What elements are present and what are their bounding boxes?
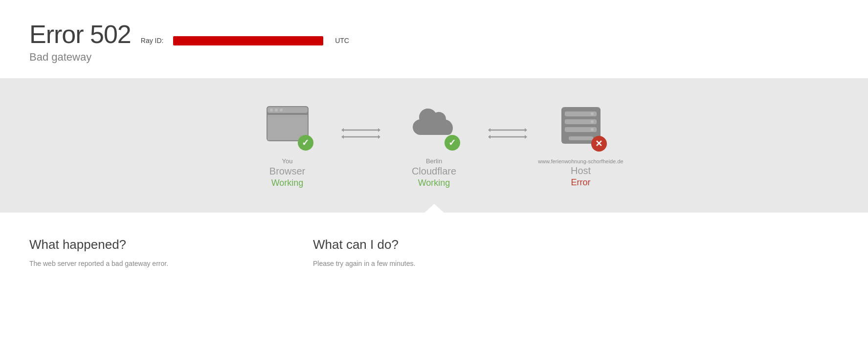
arrow-icon-1 bbox=[341, 126, 380, 141]
ray-id-value: ████████████████████████████████ bbox=[173, 36, 323, 45]
browser-status-badge: ✓ bbox=[298, 135, 313, 151]
svg-marker-10 bbox=[341, 128, 344, 132]
arrow-icon-2 bbox=[488, 126, 527, 141]
svg-marker-18 bbox=[525, 135, 527, 139]
cloudflare-name: Cloudflare bbox=[412, 166, 456, 177]
browser-name: Browser bbox=[269, 166, 305, 177]
svg-rect-3 bbox=[267, 107, 308, 113]
browser-icon-wrapper: ✓ bbox=[261, 98, 314, 152]
browser-status: Working bbox=[271, 178, 304, 188]
arrow-cloudflare-host bbox=[483, 126, 532, 141]
svg-marker-15 bbox=[525, 128, 527, 132]
svg-point-24 bbox=[591, 112, 594, 115]
info-col-left: What happened? The web server reported a… bbox=[29, 237, 274, 269]
svg-point-5 bbox=[275, 109, 278, 111]
host-status-badge: ✕ bbox=[591, 136, 607, 152]
svg-point-26 bbox=[591, 128, 594, 131]
what-can-i-do-body: Please try again in a few minutes. bbox=[313, 258, 557, 269]
arrow-browser-cloudflare bbox=[336, 126, 385, 141]
svg-point-25 bbox=[591, 120, 594, 123]
host-node: ✕ www.ferienwohnung-schorfheide.de Host … bbox=[532, 99, 630, 188]
svg-marker-13 bbox=[341, 135, 344, 139]
host-name: Host bbox=[571, 165, 591, 176]
cloudflare-label-top: Berlin bbox=[426, 157, 442, 165]
cloudflare-icon-wrapper: ✓ bbox=[407, 98, 461, 152]
what-can-i-do-heading: What can I do? bbox=[313, 237, 557, 252]
cloudflare-node: ✓ Berlin Cloudflare Working bbox=[385, 98, 483, 188]
svg-rect-27 bbox=[569, 136, 593, 140]
header-section: Error 502 Ray ID: ██████████████████████… bbox=[0, 0, 868, 78]
svg-marker-9 bbox=[378, 128, 380, 132]
browser-node: ✓ You Browser Working bbox=[239, 98, 336, 188]
ray-utc: UTC bbox=[335, 37, 349, 44]
host-icon-wrapper: ✕ bbox=[554, 99, 608, 153]
svg-marker-12 bbox=[378, 135, 380, 139]
diagram-notch bbox=[424, 204, 444, 213]
ray-id-label: Ray ID: bbox=[141, 37, 164, 44]
svg-point-4 bbox=[270, 109, 273, 111]
browser-label-top: You bbox=[282, 157, 293, 165]
diagram-section: ✓ You Browser Working bbox=[0, 78, 868, 213]
svg-point-6 bbox=[280, 109, 283, 111]
info-section: What happened? The web server reported a… bbox=[0, 213, 868, 288]
host-label-top: www.ferienwohnung-schorfheide.de bbox=[538, 158, 623, 164]
cloudflare-status: Working bbox=[418, 178, 450, 188]
cloudflare-status-badge: ✓ bbox=[445, 135, 460, 151]
diagram-container: ✓ You Browser Working bbox=[239, 98, 630, 188]
svg-marker-16 bbox=[488, 128, 490, 132]
error-title: Error 502 bbox=[29, 20, 131, 49]
svg-marker-19 bbox=[488, 135, 490, 139]
what-happened-body: The web server reported a bad gateway er… bbox=[29, 258, 274, 269]
host-status: Error bbox=[571, 177, 591, 188]
info-col-right: What can I do? Please try again in a few… bbox=[313, 237, 557, 269]
what-happened-heading: What happened? bbox=[29, 237, 274, 252]
error-subtitle: Bad gateway bbox=[29, 51, 839, 64]
